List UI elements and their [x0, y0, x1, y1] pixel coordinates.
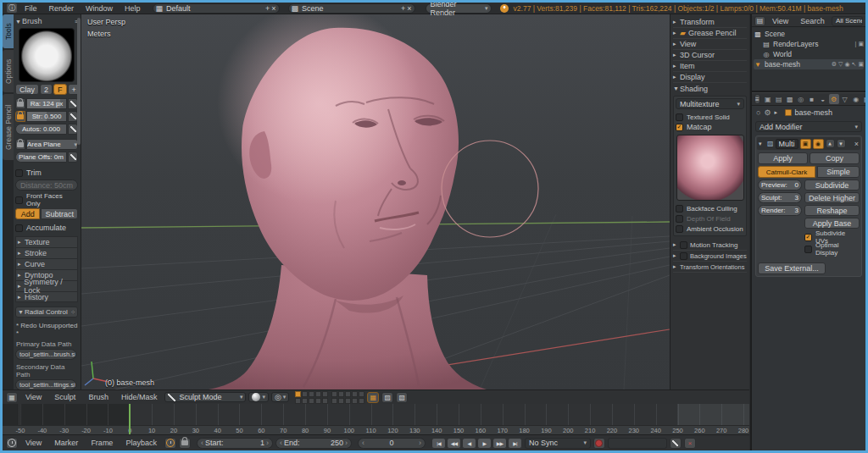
menu-tl-frame[interactable]: Frame	[86, 439, 118, 447]
tab-tools[interactable]: Tools	[3, 14, 14, 48]
layer-cell[interactable]	[302, 391, 308, 397]
preview-level-field[interactable]: Preview:0	[758, 180, 802, 191]
brush-users-button[interactable]: 2	[40, 84, 53, 95]
outliner-filter-dropdown[interactable]: All Scenes▾	[832, 16, 863, 26]
reshape-button[interactable]: Reshape	[804, 205, 860, 216]
decrement-icon[interactable]: ‹	[280, 439, 282, 447]
layer-cell[interactable]	[315, 391, 321, 397]
toolshelf-scrollbar[interactable]	[77, 18, 81, 145]
radial-control-header[interactable]: ▼ Radial Control ⁘	[15, 307, 78, 318]
editor-type-info-button[interactable]: ⓘ	[6, 3, 18, 14]
timeline-frames-area[interactable]	[3, 404, 749, 425]
outliner-row-scene[interactable]: ▩ Scene	[754, 29, 864, 39]
render-layers-tab[interactable]: ▤	[774, 94, 784, 104]
background-images-checkbox[interactable]	[680, 252, 687, 260]
lock-frame-button[interactable]	[179, 438, 191, 449]
keying-set-field[interactable]	[608, 438, 667, 449]
editor-type-3dview-button[interactable]: ▦	[6, 392, 18, 403]
collapsed-panel[interactable]: ▸ Stroke	[15, 247, 78, 258]
collapsed-panel[interactable]: ▸ Texture	[15, 236, 78, 247]
render-toggle-icon[interactable]: ▣	[858, 61, 864, 68]
brush-panel-header[interactable]: ▼ Brush ≡	[15, 16, 78, 26]
ambient-occlusion-checkbox[interactable]	[676, 225, 683, 233]
shading-mode-dropdown[interactable]: Multitexture▾	[676, 98, 744, 109]
plane-lock-button[interactable]	[15, 139, 25, 150]
menu-tl-view[interactable]: View	[20, 439, 47, 447]
layer-cell[interactable]	[338, 391, 344, 397]
move-up-button[interactable]: ▼	[826, 139, 835, 148]
brush-name-button[interactable]: Clay	[15, 84, 39, 95]
apply-base-button[interactable]: Apply Base	[804, 218, 860, 229]
menu-window[interactable]: Window	[81, 4, 118, 13]
layer-cell[interactable]	[322, 398, 328, 404]
panel-motion-tracking[interactable]: ▸Motion Tracking	[673, 240, 747, 251]
radius-unified-lock-button[interactable]	[15, 98, 25, 109]
layer-cell[interactable]	[359, 398, 364, 404]
data-path-field[interactable]: tool_settin...brush.size	[15, 349, 76, 360]
increment-icon[interactable]: ›	[345, 439, 348, 447]
layer-cell[interactable]	[345, 398, 351, 404]
current-frame-field[interactable]: ‹ 0 ›	[358, 438, 426, 449]
strength-slider[interactable]: Str: 0.500	[26, 111, 67, 122]
menu-view[interactable]: View	[20, 393, 47, 401]
delete-layout-button[interactable]: ×	[271, 4, 275, 13]
delete-scene-button[interactable]: ×	[407, 4, 411, 13]
panel-transform[interactable]: ▸Transform	[673, 17, 747, 28]
expand-arrow-icon[interactable]: ▾	[759, 141, 765, 147]
decrement-icon[interactable]: ‹	[201, 439, 203, 447]
render-engine-selector[interactable]: Blender Render ▾	[426, 3, 492, 14]
render-level-field[interactable]: Render:3	[758, 205, 802, 216]
accumulate-checkbox[interactable]	[15, 224, 23, 232]
panel-background-images[interactable]: ▸Background Images	[673, 251, 747, 262]
end-frame-field[interactable]: ‹ End:250 ›	[275, 438, 352, 449]
editor-type-properties-button[interactable]: ≡	[754, 94, 760, 104]
layer-cell[interactable]	[352, 398, 358, 404]
menu-outliner-view[interactable]: View	[767, 17, 793, 25]
object-tab[interactable]: ■	[807, 94, 817, 104]
visibility-toggle-icon[interactable]: ◉	[844, 61, 849, 68]
simple-button[interactable]: Simple	[817, 166, 860, 178]
modifiers-tab[interactable]: ⚙	[829, 94, 839, 104]
world-tab[interactable]: ◎	[796, 94, 806, 104]
layer-cell[interactable]	[309, 398, 314, 404]
sync-mode-dropdown[interactable]: No Sync▾	[525, 438, 591, 449]
outliner-row-renderlayers[interactable]: ▤ RenderLayers |▣	[754, 39, 864, 49]
timeline-playhead[interactable]	[129, 404, 131, 434]
delete-modifier-button[interactable]: ×	[854, 140, 859, 148]
renderlayer-toggle-icon[interactable]: ▣	[858, 41, 864, 47]
layer-cell[interactable]	[359, 391, 364, 397]
menu-tl-playback[interactable]: Playback	[120, 439, 162, 447]
copy-button[interactable]: Copy	[810, 152, 860, 164]
panel-3d-cursor[interactable]: ▸3D Cursor	[673, 50, 747, 61]
menu-render[interactable]: Render	[44, 4, 80, 13]
layer-cell[interactable]	[295, 391, 301, 397]
layer-cell[interactable]	[309, 391, 314, 397]
transport-button[interactable]: ▶|	[508, 438, 522, 449]
layer-cell[interactable]	[345, 391, 351, 397]
menu-hide-mask[interactable]: Hide/Mask	[116, 393, 163, 401]
increment-icon[interactable]: ›	[419, 439, 421, 447]
layer-cell[interactable]	[331, 391, 337, 397]
backface-culling-checkbox[interactable]	[676, 205, 683, 213]
fake-user-button[interactable]: F	[53, 84, 67, 95]
save-external-button[interactable]: Save External...	[758, 262, 826, 274]
delete-keyframe-button[interactable]: ×	[684, 438, 696, 449]
add-layout-button[interactable]: +	[265, 4, 270, 13]
modifier-name-field[interactable]: Multi	[776, 139, 798, 149]
plane-offset-pressure-button[interactable]	[68, 152, 78, 163]
add-modifier-dropdown[interactable]: Add Modifier▾	[755, 121, 862, 132]
material-tab[interactable]: ◉	[851, 94, 861, 104]
editor-type-outliner-button[interactable]: ▤	[754, 16, 765, 26]
tab-options[interactable]: Options	[3, 50, 14, 92]
panel-display[interactable]: ▸Display	[673, 72, 747, 83]
insert-keyframe-button[interactable]	[670, 438, 682, 449]
matcap-checkbox[interactable]: ✓	[676, 124, 683, 131]
layer-cell[interactable]	[315, 398, 321, 404]
sculpt-level-field[interactable]: Sculpt:3	[758, 192, 802, 203]
optimal-display-checkbox[interactable]	[804, 246, 812, 253]
menu-help[interactable]: Help	[120, 4, 146, 13]
layer-cell[interactable]	[331, 398, 337, 404]
collapsed-panel[interactable]: ▸ Curve	[15, 258, 78, 269]
subtract-mode-button[interactable]: Subtract	[41, 208, 78, 219]
data-tab[interactable]: ▽	[840, 94, 850, 104]
